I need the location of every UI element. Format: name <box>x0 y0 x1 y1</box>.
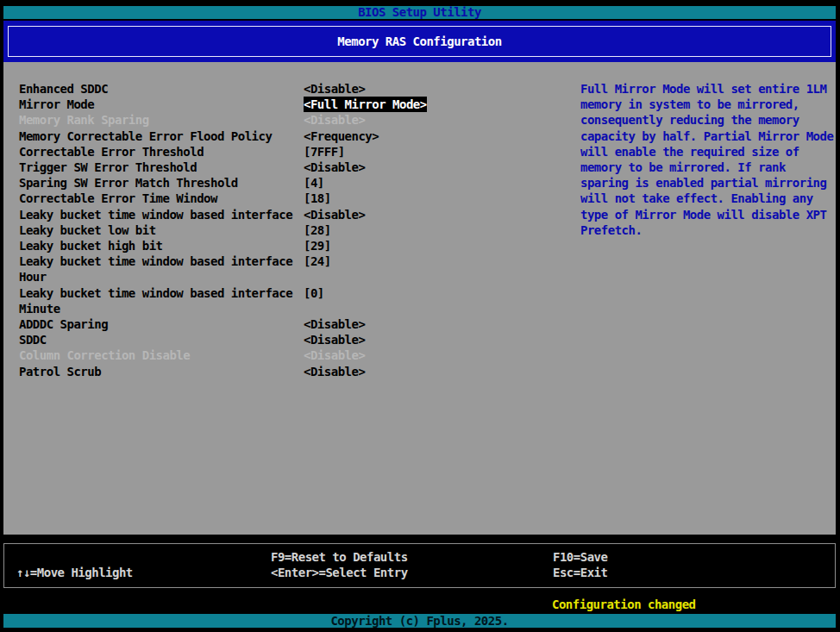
setting-label: Patrol Scrub <box>19 364 304 379</box>
setting-value: <Disable> <box>304 347 365 363</box>
setting-value: <Disable> <box>304 364 365 379</box>
setting-label: Leaky bucket high bit <box>19 238 304 253</box>
setting-row[interactable]: Leaky bucket time window based interface… <box>19 253 562 285</box>
setting-row[interactable]: Leaky bucket low bit [28] <box>19 222 562 238</box>
hint-select-entry: <Enter>=Select Entry <box>271 565 408 580</box>
setting-row[interactable]: Memory Rank Sparing <Disable> <box>19 112 562 128</box>
hint-save: F10=Save <box>553 549 607 565</box>
setting-label: Correctable Error Time Window <box>19 191 304 206</box>
setting-label: Mirror Mode <box>19 97 304 112</box>
hint-exit: Esc=Exit <box>553 565 607 580</box>
setting-value: <Disable> <box>304 160 365 175</box>
setting-value: [29] <box>304 238 331 253</box>
setting-row[interactable]: Enhanced SDDC <Disable> <box>19 81 562 97</box>
main-area: Enhanced SDDC <Disable> Mirror Mode <Ful… <box>3 62 836 535</box>
page-title: Memory RAS Configuration <box>337 34 501 48</box>
app-title: BIOS Setup Utility <box>358 5 481 19</box>
setting-label: Correctable Error Threshold <box>19 144 304 160</box>
setting-label: Memory Rank Sparing <box>19 112 304 128</box>
setting-value: [18] <box>304 191 331 206</box>
setting-row[interactable]: Correctable Error Time Window [18] <box>19 191 562 206</box>
setting-value: <Disable> <box>304 81 365 97</box>
copyright-text: Copyright (c) Fplus, 2025. <box>330 614 508 628</box>
key-hints-box: F9=Reset to Defaults F10=Save ↑↓=Move Hi… <box>3 543 836 588</box>
setting-value: <Frequency> <box>304 128 379 144</box>
setting-label: ADDDC Sparing <box>19 316 304 332</box>
setting-row[interactable]: Trigger SW Error Threshold <Disable> <box>19 160 562 175</box>
setting-value: [4] <box>304 175 324 191</box>
status-message: Configuration changed <box>552 598 696 612</box>
page-title-box: Memory RAS Configuration <box>8 26 831 57</box>
setting-row[interactable]: Mirror Mode <Full Mirror Mode> <box>19 97 562 112</box>
setting-value: [7FFF] <box>304 144 345 160</box>
setting-row[interactable]: Leaky bucket time window based interface… <box>19 285 562 316</box>
setting-value: <Disable> <box>304 112 365 128</box>
setting-value: <Disable> <box>304 207 365 222</box>
setting-label: Column Correction Disable <box>19 347 304 363</box>
setting-row[interactable]: Column Correction Disable <Disable> <box>19 347 562 363</box>
settings-list: Enhanced SDDC <Disable> Mirror Mode <Ful… <box>19 81 562 379</box>
setting-row[interactable]: Leaky bucket high bit [29] <box>19 238 562 253</box>
setting-label: Memory Correctable Error Flood Policy <box>19 128 304 144</box>
setting-value: [28] <box>304 222 331 238</box>
setting-row[interactable]: Memory Correctable Error Flood Policy <F… <box>19 128 562 144</box>
setting-label: Enhanced SDDC <box>19 81 304 97</box>
setting-value: [0] <box>304 285 324 301</box>
copyright-bar: Copyright (c) Fplus, 2025. <box>3 614 836 628</box>
title-band: Memory RAS Configuration <box>3 21 836 62</box>
setting-label: SDDC <box>19 332 304 347</box>
setting-label: Leaky bucket low bit <box>19 222 304 238</box>
setting-label: Leaky bucket time window based interface <box>19 207 304 222</box>
setting-row[interactable]: Patrol Scrub <Disable> <box>19 364 562 379</box>
setting-value: <Full Mirror Mode> <box>304 97 427 112</box>
setting-label: Leaky bucket time window based interface… <box>19 285 304 316</box>
setting-row[interactable]: ADDDC Sparing <Disable> <box>19 316 562 332</box>
setting-label: Trigger SW Error Threshold <box>19 160 304 175</box>
setting-row[interactable]: SDDC <Disable> <box>19 332 562 347</box>
setting-row[interactable]: Leaky bucket time window based interface… <box>19 207 562 222</box>
hint-reset-defaults: F9=Reset to Defaults <box>271 549 408 565</box>
setting-label: Sparing SW Error Match Threshold <box>19 175 304 191</box>
setting-label: Leaky bucket time window based interface… <box>19 253 304 285</box>
app-title-bar: BIOS Setup Utility <box>3 6 836 19</box>
hint-move-highlight: ↑↓=Move Highlight <box>16 565 133 580</box>
setting-value: <Disable> <box>304 332 365 347</box>
setting-row[interactable]: Sparing SW Error Match Threshold [4] <box>19 175 562 191</box>
item-help-text: Full Mirror Mode will set entire 1LM mem… <box>580 81 836 238</box>
setting-row[interactable]: Correctable Error Threshold [7FFF] <box>19 144 562 160</box>
setting-value: <Disable> <box>304 316 365 332</box>
setting-value: [24] <box>304 253 331 269</box>
